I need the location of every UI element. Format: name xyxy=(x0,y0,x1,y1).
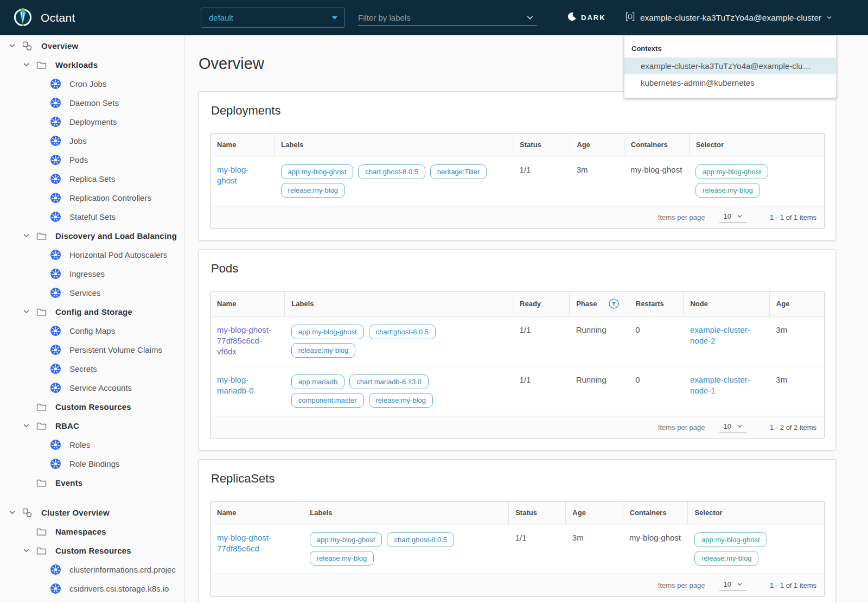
chevron-down-icon xyxy=(22,61,30,68)
sidebar-item-custom-resources[interactable]: Custom Resources xyxy=(0,397,184,416)
label-badge: release:my-blog xyxy=(281,183,346,198)
col-header-labels: Labels xyxy=(275,134,513,156)
octant-logo-icon xyxy=(12,6,34,30)
items-per-page-select[interactable]: 10 xyxy=(719,212,747,223)
sidebar-item-clusterinformations-crd-projec[interactable]: clusterinformations.crd.projec xyxy=(0,560,184,579)
sidebar-item-label: Config and Storage xyxy=(55,307,132,316)
col-header-labels: Labels xyxy=(285,291,513,316)
contexts-menu-title: Contexts xyxy=(624,40,836,58)
cluster-icon xyxy=(625,11,635,24)
pagination: Items per page101 - 2 of 2 items xyxy=(210,416,824,439)
sidebar-item-namespaces[interactable]: Namespaces xyxy=(0,522,184,541)
moon-icon xyxy=(567,12,577,23)
sidebar-item-label: Jobs xyxy=(69,136,87,145)
cell-text: 1/1 xyxy=(515,533,527,542)
sidebar-item-discovery-and-load-balancing[interactable]: Discovery and Load Balancing xyxy=(0,226,184,245)
col-header-selector: Selector xyxy=(689,134,824,156)
horizontal-pod-autoscalers-icon xyxy=(50,250,61,261)
sidebar-item-workloads[interactable]: Workloads xyxy=(0,55,184,74)
sidebar-item-label: Discovery and Load Balancing xyxy=(55,231,177,240)
sidebar-item-label: Daemon Sets xyxy=(69,98,119,107)
sidebar-item-label: Custom Resources xyxy=(55,402,131,411)
col-header-age: Age xyxy=(566,502,623,524)
selector-badge: release:my-blog xyxy=(694,551,759,566)
sidebar-item-config-maps[interactable]: Config Maps xyxy=(0,321,184,340)
my-blog-ghost-77df85c6cd-vf6dx-link[interactable]: my-blog-ghost-77df85c6cd-vf6dx xyxy=(217,325,271,356)
label-badge: release:my-blog xyxy=(369,393,433,408)
sidebar-item-services[interactable]: Services xyxy=(0,283,184,302)
sidebar-item-secrets[interactable]: Secrets xyxy=(0,359,184,378)
discovery-folder-icon xyxy=(36,231,47,242)
sidebar-item-daemon-sets[interactable]: Daemon Sets xyxy=(0,93,184,112)
items-per-page-select[interactable]: 10 xyxy=(719,422,747,433)
sidebar-item-csidrivers-csi-storage-k8s-io[interactable]: csidrivers.csi.storage.k8s.io xyxy=(0,579,184,598)
my-blog-mariadb-0-link[interactable]: my-blog-mariadb-0 xyxy=(217,375,254,395)
items-per-page-select[interactable]: 10 xyxy=(719,580,747,591)
sidebar-item-custom-resources[interactable]: Custom Resources xyxy=(0,541,184,560)
my-blog-ghost-link[interactable]: my-blog-ghost xyxy=(217,165,248,185)
pods-icon xyxy=(50,155,61,166)
sidebar-item-rbac[interactable]: RBAC xyxy=(0,416,184,435)
sidebar-item-label: Replication Controllers xyxy=(69,193,151,202)
card-deployments: DeploymentsNameLabelsStatusAgeContainers… xyxy=(199,91,836,240)
main-content: Overview DeploymentsNameLabelsStatusAgeC… xyxy=(185,35,868,603)
sidebar-item-role-bindings[interactable]: Role Bindings xyxy=(0,454,184,473)
table-row: my-blog-ghost-77df85c6cd-vf6dxapp:my-blo… xyxy=(210,316,824,366)
sidebar-item-jobs[interactable]: Jobs xyxy=(0,131,184,150)
sidebar-item-cron-jobs[interactable]: Cron Jobs xyxy=(0,74,184,93)
sidebar-item-config-and-storage[interactable]: Config and Storage xyxy=(0,302,184,321)
table-row: my-blog-mariadb-0app:mariadbchart:mariad… xyxy=(210,366,824,416)
col-header-age: Age xyxy=(769,291,824,316)
csidrivers-icon xyxy=(50,583,61,594)
sidebar-item-label: Cron Jobs xyxy=(69,79,106,88)
sidebar-item-cluster-overview[interactable]: Cluster Overview xyxy=(0,503,184,522)
cell-text: 0 xyxy=(635,375,640,384)
col-header-age: Age xyxy=(570,134,624,156)
namespaces-folder-icon xyxy=(36,526,47,537)
replication-controllers-icon xyxy=(50,193,61,204)
role-bindings-icon xyxy=(50,459,61,469)
pagination: Items per page101 - 1 of 1 items xyxy=(210,574,824,596)
contexts-menu: Contexts example-cluster-ka3TuTzYo4a@exa… xyxy=(624,36,837,98)
roles-icon xyxy=(50,440,61,450)
label-filter-input[interactable]: Filter by labels xyxy=(358,10,537,26)
card-title: ReplicaSets xyxy=(211,472,825,486)
persistent-volume-claims-icon xyxy=(50,345,61,356)
label-badge: release:my-blog xyxy=(291,343,356,358)
sidebar-item-label: Role Bindings xyxy=(69,459,120,468)
sidebar-item-roles[interactable]: Roles xyxy=(0,435,184,454)
namespace-select[interactable]: default xyxy=(201,8,345,28)
sidebar-item-deployments[interactable]: Deployments xyxy=(0,112,184,131)
sidebar-item-ingresses[interactable]: Ingresses xyxy=(0,264,184,283)
table-row: my-blog-ghost-77df85c6cdapp:my-blog-ghos… xyxy=(210,524,824,574)
cell-text: Running xyxy=(576,375,607,384)
sidebar-item-events[interactable]: Events xyxy=(0,473,184,492)
context-switcher[interactable]: example-cluster-ka3TuTzYo4a@example-clus… xyxy=(625,0,832,35)
filter-funnel-icon[interactable] xyxy=(609,299,619,309)
stateful-sets-icon xyxy=(50,212,61,223)
sidebar-item-overview[interactable]: Overview xyxy=(0,36,184,55)
sidebar-item-stateful-sets[interactable]: Stateful Sets xyxy=(0,207,184,226)
sidebar-item-replication-controllers[interactable]: Replication Controllers xyxy=(0,188,184,207)
selector-badge: app:my-blog-ghost xyxy=(695,164,768,179)
card-title: Deployments xyxy=(211,104,825,118)
example-cluster-node-1-link[interactable]: example-cluster-node-1 xyxy=(690,375,750,395)
sidebar-item-horizontal-pod-autoscalers[interactable]: Horizontal Pod Autoscalers xyxy=(0,245,184,264)
sidebar-item-label: Service Accounts xyxy=(69,383,132,392)
sidebar-item-label: Ingresses xyxy=(69,269,105,278)
sidebar-item-label: Config Maps xyxy=(69,326,115,335)
sidebar-item-persistent-volume-claims[interactable]: Persistent Volume Claims xyxy=(0,340,184,359)
context-menu-item[interactable]: kubernetes-admin@kubernetes xyxy=(624,74,836,91)
theme-toggle[interactable]: DARK xyxy=(567,0,606,35)
col-header-status: Status xyxy=(509,502,566,524)
chevron-down-icon xyxy=(826,13,832,23)
label-badge: app:my-blog-ghost xyxy=(310,532,382,547)
sidebar-item-pods[interactable]: Pods xyxy=(0,150,184,169)
example-cluster-node-2-link[interactable]: example-cluster-node-2 xyxy=(690,325,750,345)
label-badge: chart:ghost-8.0.5 xyxy=(387,532,454,547)
datagrid: NameLabelsStatusAgeContainersSelectormy-… xyxy=(210,133,825,229)
sidebar-item-replica-sets[interactable]: Replica Sets xyxy=(0,169,184,188)
sidebar-item-service-accounts[interactable]: Service Accounts xyxy=(0,378,184,397)
my-blog-ghost-77df85c6cd-link[interactable]: my-blog-ghost-77df85c6cd xyxy=(217,533,271,553)
context-menu-item[interactable]: example-cluster-ka3TuTzYo4a@example-clu… xyxy=(624,58,836,74)
